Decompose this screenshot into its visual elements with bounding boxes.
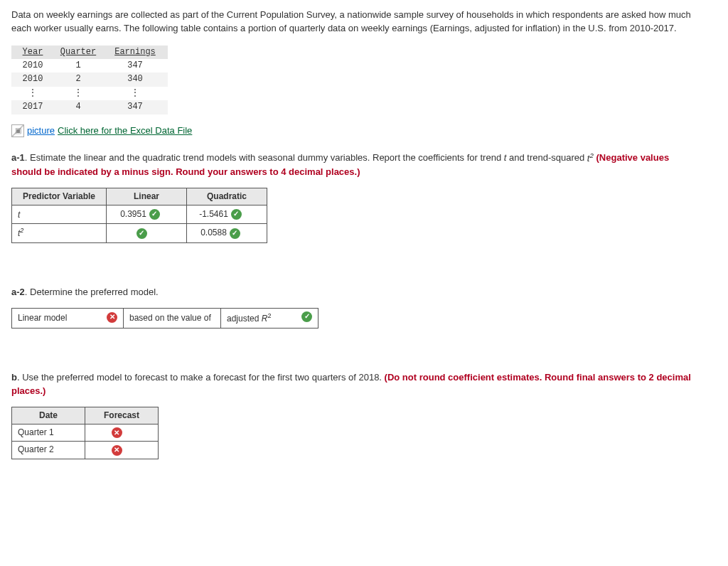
- check-icon: ✓: [149, 209, 160, 220]
- question-a2: a-2. Determine the preferred model.: [11, 286, 694, 299]
- col-year: Year: [11, 46, 54, 59]
- intro-text: Data on weekly earnings are collected as…: [11, 9, 694, 36]
- var-t2: t2: [587, 153, 594, 164]
- earnings-data-table: Year Quarter Earnings 2010 1 347 2010 2 …: [11, 46, 168, 114]
- row-label: Quarter 2: [12, 442, 85, 459]
- q-prefix: b: [11, 372, 17, 383]
- col-date: Date: [12, 407, 85, 424]
- forecast-q1-input[interactable]: ✕: [85, 424, 159, 441]
- x-icon: ✕: [107, 312, 117, 323]
- col-forecast: Forecast: [85, 407, 159, 424]
- cell: ⋮: [11, 87, 54, 100]
- forecast-q2-input[interactable]: ✕: [85, 442, 159, 459]
- q-text: . Use the preferred model to forecast to…: [17, 372, 385, 383]
- cell: ⋮: [54, 87, 102, 100]
- picture-link[interactable]: picture: [27, 124, 55, 138]
- check-icon: ✓: [136, 228, 147, 239]
- check-icon: ✓: [301, 311, 312, 322]
- col-earnings: Earnings: [102, 46, 168, 59]
- cell: 1: [54, 59, 102, 73]
- q-prefix: a-2: [11, 287, 25, 297]
- col-quadratic: Quadratic: [187, 188, 267, 205]
- x-icon: ✕: [112, 427, 122, 438]
- q-text: . Determine the preferred model.: [25, 287, 159, 297]
- cell: 2017: [11, 100, 54, 114]
- cell: 2: [54, 73, 102, 86]
- check-icon: ✓: [231, 209, 242, 220]
- model-select[interactable]: Linear model ✕: [12, 308, 124, 328]
- cell: ⋮: [102, 87, 168, 100]
- check-icon: ✓: [230, 228, 240, 239]
- q-text: and trend-squared: [506, 153, 587, 164]
- metric-select[interactable]: adjusted R2 ✓: [221, 308, 318, 328]
- cell: 4: [54, 100, 102, 114]
- cell: 2010: [11, 59, 54, 73]
- linear-t-input[interactable]: 0.3951✓: [107, 205, 187, 223]
- quadratic-t-input[interactable]: -1.5461✓: [187, 205, 267, 223]
- col-linear: Linear: [107, 188, 187, 205]
- row-label: t2: [12, 224, 107, 242]
- b-answer-table: Date Forecast Quarter 1 ✕ Quarter 2 ✕: [11, 407, 159, 459]
- row-label: t: [12, 205, 107, 223]
- row-label: Quarter 1: [12, 424, 85, 441]
- q-text: . Estimate the linear and the quadratic …: [25, 153, 504, 164]
- cell: 2010: [11, 73, 54, 86]
- col-quarter: Quarter: [54, 46, 102, 59]
- x-icon: ✕: [112, 445, 122, 456]
- static-text: based on the value of: [124, 308, 221, 328]
- cell: 340: [102, 73, 168, 86]
- quadratic-t2-input[interactable]: 0.0588✓: [187, 224, 267, 242]
- excel-file-link-row: ▣ pictureClick here for the Excel Data F…: [11, 124, 192, 138]
- cell: 347: [102, 59, 168, 73]
- q-prefix: a-1: [11, 153, 25, 164]
- question-a1: a-1. Estimate the linear and the quadrat…: [11, 150, 694, 178]
- excel-file-link[interactable]: Click here for the Excel Data File: [58, 124, 192, 138]
- linear-t2-input[interactable]: ✓: [107, 224, 187, 242]
- question-b: b. Use the preferred model to forecast t…: [11, 371, 694, 398]
- a1-answer-table: Predictor Variable Linear Quadratic t 0.…: [11, 188, 267, 243]
- cell: 347: [102, 100, 168, 114]
- a2-answer-table: Linear model ✕ based on the value of adj…: [11, 308, 318, 329]
- broken-image-icon: ▣: [11, 124, 24, 137]
- col-predictor: Predictor Variable: [12, 188, 107, 205]
